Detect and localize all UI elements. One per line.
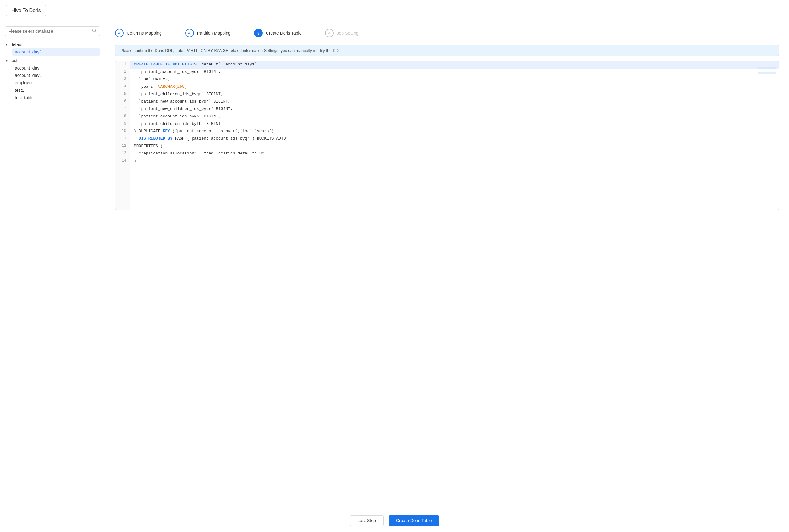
connector-1-2 — [164, 33, 183, 33]
line-number-empty-6 — [115, 202, 130, 210]
step-columns-mapping[interactable]: ✓ Columns Mapping — [115, 29, 162, 37]
code-line-empty-4 — [115, 188, 779, 195]
line-number-empty-3 — [115, 180, 130, 188]
line-content-14: ) — [130, 158, 779, 165]
line-number-empty-5 — [115, 195, 130, 202]
tree-leaf-test-account-day[interactable]: account_day — [12, 64, 100, 72]
tree-children-default: account_day1 — [5, 48, 100, 56]
step2-label: Partition Mapping — [197, 31, 231, 36]
line-number-1: 1 — [115, 61, 130, 69]
app-container: Hive To Doris ▼ default — [0, 0, 789, 532]
line-number-5: 5 — [115, 91, 130, 98]
line-number-empty-4 — [115, 188, 130, 195]
code-line-9: 9 `patient_children_ids_bykh` BIGINT — [115, 121, 779, 128]
code-line-13: 13 "replication_allocation" = "tag.locat… — [115, 150, 779, 158]
chevron-test-icon: ▼ — [5, 58, 8, 63]
tree-leaf-test-test-table[interactable]: test_table — [12, 94, 100, 101]
line-number-13: 13 — [115, 150, 130, 158]
line-number-empty-2 — [115, 173, 130, 180]
line-content-2: `patient_account_ids_byqr` BIGINT, — [130, 69, 779, 76]
code-line-14: 14 ) — [115, 158, 779, 165]
tree-item-test[interactable]: ▼ test — [5, 57, 100, 64]
step4-circle: 4 — [325, 29, 334, 37]
line-content-11: DISTRIBUTED BY HASH (`patient_account_id… — [130, 136, 779, 143]
tree-children-test: account_day account_day1 employee test1 … — [5, 64, 100, 101]
code-line-4: 4 `years` VARCHAR(255), — [115, 84, 779, 91]
code-line-10: 10 ) DUPLICATE KEY (`patient_account_ids… — [115, 128, 779, 136]
search-input[interactable] — [8, 29, 92, 34]
tree-leaf-test-test1[interactable]: test1 — [12, 87, 100, 94]
line-content-7: `patient_new_children_ids_byqr` BIGINT, — [130, 106, 779, 113]
line-number-7: 7 — [115, 106, 130, 113]
step4-label: Job Setting — [337, 31, 358, 36]
step1-circle: ✓ — [115, 29, 124, 37]
code-line-empty-3 — [115, 180, 779, 188]
tree-leaf-default-account-day1[interactable]: account_day1 — [12, 48, 100, 56]
search-bar[interactable] — [5, 26, 100, 36]
svg-line-1 — [95, 32, 96, 33]
connector-3-4 — [304, 33, 323, 33]
line-content-1: CREATE TABLE IF NOT EXISTS `default`.`ac… — [130, 61, 779, 69]
line-number-14: 14 — [115, 158, 130, 165]
line-content-6: `patient_new_account_ids_byqr` BIGINT, — [130, 98, 779, 106]
steps-bar: ✓ Columns Mapping ✓ Partition Mapping 3 … — [115, 29, 779, 37]
line-content-3: `tod` DATEV2, — [130, 76, 779, 84]
step-create-doris-table[interactable]: 3 Create Doris Table — [254, 29, 302, 37]
step3-label: Create Doris Table — [266, 31, 302, 36]
tree-group-default: ▼ default account_day1 — [5, 41, 100, 56]
line-content-8: `patient_account_ids_bykh` BIGINT, — [130, 113, 779, 121]
info-message: Please confirm the Doris DDL, note: PART… — [120, 48, 341, 53]
last-step-button[interactable]: Last Step — [350, 515, 384, 526]
code-line-6: 6 `patient_new_account_ids_byqr` BIGINT, — [115, 98, 779, 106]
line-content-10: ) DUPLICATE KEY (`patient_account_ids_by… — [130, 128, 779, 136]
code-line-1: 1 CREATE TABLE IF NOT EXISTS `default`.`… — [115, 61, 779, 69]
info-box: Please confirm the Doris DDL, note: PART… — [115, 45, 779, 56]
line-number-12: 12 — [115, 143, 130, 150]
code-editor[interactable]: 1 CREATE TABLE IF NOT EXISTS `default`.`… — [115, 61, 779, 210]
line-number-3: 3 — [115, 76, 130, 84]
tree-leaf-test-employee[interactable]: employee — [12, 79, 100, 87]
code-line-12: 12 PROPERTIES ( — [115, 143, 779, 150]
tree-item-default[interactable]: ▼ default — [5, 41, 100, 48]
footer: Last Step Create Doris Table — [0, 509, 789, 532]
code-line-empty-6 — [115, 202, 779, 210]
tree-group-test-label: test — [11, 58, 18, 63]
code-line-7: 7 `patient_new_children_ids_byqr` BIGINT… — [115, 106, 779, 113]
connector-2-3 — [233, 33, 252, 33]
code-line-empty-1 — [115, 165, 779, 173]
code-thumbnail — [758, 64, 776, 74]
search-icon-button[interactable] — [92, 28, 96, 34]
code-line-2: 2 `patient_account_ids_byqr` BIGINT, — [115, 69, 779, 76]
tree-group-default-label: default — [11, 42, 23, 47]
step-partition-mapping[interactable]: ✓ Partition Mapping — [185, 29, 231, 37]
step3-circle: 3 — [254, 29, 263, 37]
app-body: ▼ default account_day1 ▼ test account_da… — [0, 21, 789, 509]
step-job-setting[interactable]: 4 Job Setting — [325, 29, 358, 37]
line-number-11: 11 — [115, 136, 130, 143]
line-content-5: `patient_children_ids_byqr` BIGINT, — [130, 91, 779, 98]
line-content-9: `patient_children_ids_bykh` BIGINT — [130, 121, 779, 128]
app-title: Hive To Doris — [6, 5, 46, 16]
code-line-11: 11 DISTRIBUTED BY HASH (`patient_account… — [115, 136, 779, 143]
line-number-8: 8 — [115, 113, 130, 121]
create-doris-table-button[interactable]: Create Doris Table — [389, 515, 439, 526]
line-number-9: 9 — [115, 121, 130, 128]
code-line-5: 5 `patient_children_ids_byqr` BIGINT, — [115, 91, 779, 98]
line-number-10: 10 — [115, 128, 130, 136]
line-number-empty-1 — [115, 165, 130, 173]
code-line-empty-5 — [115, 195, 779, 202]
line-content-13: "replication_allocation" = "tag.location… — [130, 150, 779, 158]
step1-label: Columns Mapping — [127, 31, 162, 36]
app-header: Hive To Doris — [0, 0, 789, 21]
line-content-4: `years` VARCHAR(255), — [130, 84, 779, 91]
tree-leaf-test-account-day1[interactable]: account_day1 — [12, 72, 100, 79]
tree-group-test: ▼ test account_day account_day1 employee… — [5, 57, 100, 101]
line-number-4: 4 — [115, 84, 130, 91]
code-line-empty-2 — [115, 173, 779, 180]
code-line-8: 8 `patient_account_ids_bykh` BIGINT, — [115, 113, 779, 121]
chevron-default-icon: ▼ — [5, 42, 8, 46]
line-number-2: 2 — [115, 69, 130, 76]
step2-circle: ✓ — [185, 29, 194, 37]
line-number-6: 6 — [115, 98, 130, 106]
sidebar: ▼ default account_day1 ▼ test account_da… — [0, 21, 105, 509]
